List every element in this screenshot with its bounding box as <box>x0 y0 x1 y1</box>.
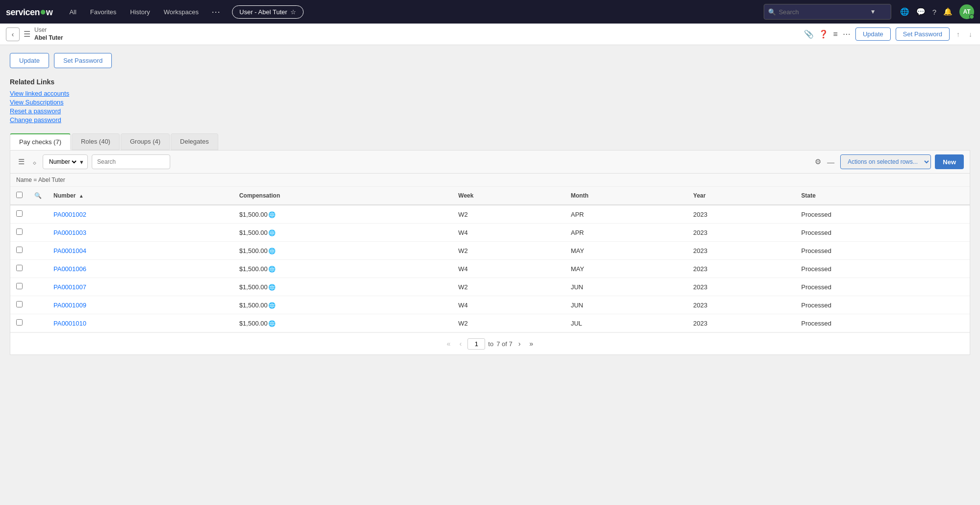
nav-history[interactable]: History <box>125 5 155 19</box>
gear-icon[interactable]: ⚙ <box>815 157 821 166</box>
overflow-menu-icon[interactable]: ⋯ <box>843 29 851 39</box>
hamburger-icon[interactable]: ☰ <box>24 29 30 39</box>
td-month-0: APR <box>565 205 688 224</box>
chat-icon[interactable]: 💬 <box>916 7 926 16</box>
sort-arrow-icon: ▲ <box>79 193 84 199</box>
th-week[interactable]: Week <box>452 187 565 205</box>
column-select-dropdown[interactable]: Number ▾ <box>43 154 88 169</box>
th-compensation[interactable]: Compensation <box>233 187 453 205</box>
nav-more-icon[interactable]: ⋯ <box>207 3 224 20</box>
number-link-2[interactable]: PA0001004 <box>53 247 86 254</box>
record-title: User Abel Tuter <box>34 26 63 42</box>
info-icon[interactable]: ❓ <box>819 29 828 39</box>
filter-row: Name = Abel Tuter <box>10 174 970 187</box>
search-column-icon[interactable]: 🔍 <box>34 192 42 199</box>
search-dropdown-icon[interactable]: ▼ <box>870 8 876 15</box>
related-links-title: Related Links <box>10 78 970 86</box>
row-checkbox-0[interactable] <box>16 210 23 217</box>
td-state-0: Processed <box>796 205 970 224</box>
header-set-password-button[interactable]: Set Password <box>896 27 950 41</box>
td-year-6: 2023 <box>687 314 795 332</box>
th-number[interactable]: Number ▲ <box>48 187 233 205</box>
table-row: PA0001009 $1,500.00🌐 W4 JUN 2023 Process… <box>10 296 970 314</box>
tab-delegates[interactable]: Delegates <box>171 133 218 150</box>
number-link-3[interactable]: PA0001006 <box>53 265 86 273</box>
td-month-4: JUN <box>565 278 688 296</box>
row-checkbox-6[interactable] <box>16 319 23 326</box>
number-link-1[interactable]: PA0001003 <box>53 229 86 236</box>
search-bar[interactable]: 🔍 ▼ <box>764 4 891 20</box>
page-number-input[interactable] <box>467 338 485 350</box>
new-button[interactable]: New <box>935 154 964 169</box>
td-checkbox-6 <box>10 314 28 332</box>
td-week-4: W2 <box>452 278 565 296</box>
attachment-icon[interactable]: 📎 <box>804 29 814 39</box>
app-logo[interactable]: servicen●w <box>6 5 52 18</box>
user-context-button[interactable]: User - Abel Tuter ☆ <box>232 5 304 19</box>
actions-dropdown[interactable]: Actions on selected rows... <box>840 154 931 169</box>
td-year-4: 2023 <box>687 278 795 296</box>
select-all-checkbox[interactable] <box>16 192 23 198</box>
row-checkbox-3[interactable] <box>16 265 23 271</box>
number-link-0[interactable]: PA0001002 <box>53 211 86 218</box>
tab-roles[interactable]: Roles (40) <box>72 133 120 150</box>
link-view-linked-accounts[interactable]: View linked accounts <box>10 90 970 97</box>
th-year[interactable]: Year <box>687 187 795 205</box>
link-change-password[interactable]: Change password <box>10 116 970 124</box>
tab-paychecks[interactable]: Pay checks (7) <box>10 133 71 150</box>
next-page-button[interactable]: › <box>516 338 524 350</box>
table-body: PA0001002 $1,500.00🌐 W2 APR 2023 Process… <box>10 205 970 332</box>
row-checkbox-5[interactable] <box>16 301 23 307</box>
nav-favorites[interactable]: Favorites <box>85 5 121 19</box>
toolbar-hamburger-icon[interactable]: ☰ <box>16 155 26 168</box>
number-link-6[interactable]: PA0001010 <box>53 320 86 327</box>
td-state-2: Processed <box>796 242 970 260</box>
td-search-5 <box>28 296 48 314</box>
globe-icon[interactable]: 🌐 <box>900 7 909 16</box>
paychecks-table: 🔍 Number ▲ Compensation Week Month Year … <box>10 187 970 332</box>
link-reset-password[interactable]: Reset a password <box>10 107 970 115</box>
first-page-button[interactable]: « <box>444 338 454 350</box>
row-checkbox-2[interactable] <box>16 247 23 253</box>
search-input[interactable] <box>779 8 867 16</box>
record-next-arrow[interactable]: ↓ <box>967 28 974 40</box>
tab-groups[interactable]: Groups (4) <box>121 133 170 150</box>
bell-icon[interactable]: 🔔 <box>943 7 953 16</box>
globe-icon-6: 🌐 <box>268 320 276 327</box>
set-password-button[interactable]: Set Password <box>54 53 112 68</box>
td-number-6: PA0001010 <box>48 314 233 332</box>
toolbar-filter-icon[interactable]: ⬦ <box>30 156 39 168</box>
header-update-button[interactable]: Update <box>855 27 891 41</box>
td-state-4: Processed <box>796 278 970 296</box>
settings-sliders-icon[interactable]: ≡ <box>833 30 838 39</box>
row-checkbox-1[interactable] <box>16 228 23 235</box>
record-header: ‹ ☰ User Abel Tuter 📎 ❓ ≡ ⋯ Update Set P… <box>0 24 980 45</box>
back-button[interactable]: ‹ <box>6 27 20 41</box>
th-state[interactable]: State <box>796 187 970 205</box>
td-number-1: PA0001003 <box>48 224 233 242</box>
avatar[interactable]: AT <box>959 4 974 19</box>
minus-icon[interactable]: — <box>825 156 836 168</box>
top-navigation: servicen●w All Favorites History Workspa… <box>0 0 980 24</box>
main-content: Update Set Password Related Links View l… <box>0 45 980 505</box>
update-button[interactable]: Update <box>10 53 49 68</box>
record-prev-arrow[interactable]: ↑ <box>954 28 962 40</box>
th-month[interactable]: Month <box>565 187 688 205</box>
td-state-3: Processed <box>796 260 970 278</box>
column-select[interactable]: Number <box>47 158 78 166</box>
td-week-0: W2 <box>452 205 565 224</box>
number-link-5[interactable]: PA0001009 <box>53 302 86 309</box>
logo-dot: ● <box>40 5 46 18</box>
nav-workspaces[interactable]: Workspaces <box>159 5 204 19</box>
nav-all[interactable]: All <box>64 5 81 19</box>
last-page-button[interactable]: » <box>526 338 536 350</box>
prev-page-button[interactable]: ‹ <box>457 338 465 350</box>
td-number-0: PA0001002 <box>48 205 233 224</box>
number-link-4[interactable]: PA0001007 <box>53 283 86 291</box>
help-icon[interactable]: ? <box>932 8 936 16</box>
table-search-input[interactable] <box>92 154 170 169</box>
link-view-subscriptions[interactable]: View Subscriptions <box>10 99 970 106</box>
row-checkbox-4[interactable] <box>16 283 23 289</box>
td-search-3 <box>28 260 48 278</box>
td-search-0 <box>28 205 48 224</box>
